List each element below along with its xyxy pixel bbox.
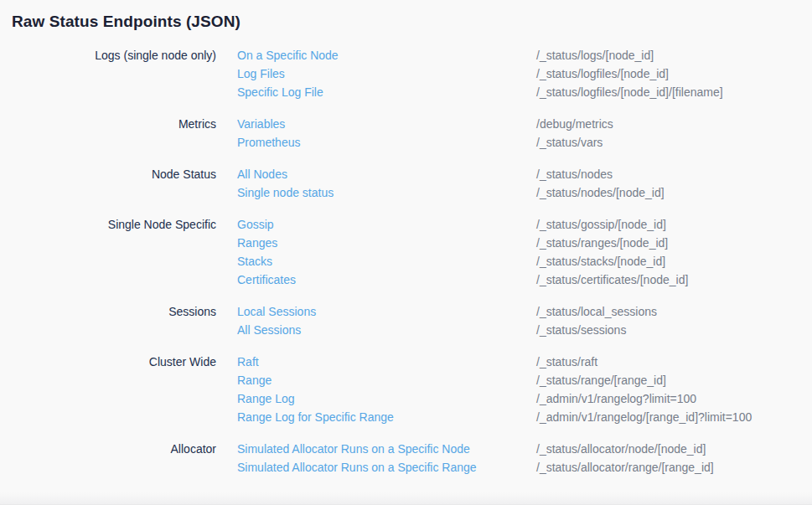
endpoint-link[interactable]: Log Files [237, 64, 536, 83]
group-category-label: Logs (single node only) [0, 46, 216, 101]
endpoint-group: Cluster Wide Raft /_status/raft Range /_… [0, 353, 812, 426]
group-category-label: Node Status [0, 165, 216, 202]
endpoint-row: Prometheus /_status/vars [237, 133, 812, 152]
endpoint-row: Local Sessions /_status/local_sessions [237, 302, 812, 321]
endpoint-row: Specific Log File /_status/logfiles/[nod… [237, 83, 812, 101]
endpoint-row: Simulated Allocator Runs on a Specific N… [237, 440, 812, 458]
endpoint-url: /_status/allocator/range/[range_id] [536, 458, 812, 477]
endpoint-url: /_status/ranges/[node_id] [536, 234, 812, 252]
endpoint-link[interactable]: Variables [237, 115, 536, 133]
endpoint-group: Single Node Specific Gossip /_status/gos… [0, 215, 812, 289]
endpoint-row: Range /_status/range/[range_id] [237, 371, 812, 389]
endpoint-url: /_admin/v1/rangelog?limit=100 [536, 389, 812, 408]
endpoint-link[interactable]: Prometheus [237, 133, 536, 152]
endpoint-url: /_status/gossip/[node_id] [536, 215, 812, 234]
endpoint-url: /_status/nodes [536, 165, 812, 183]
endpoint-group: Metrics Variables /debug/metrics Prometh… [0, 115, 812, 152]
endpoint-url: /_status/range/[range_id] [536, 371, 812, 389]
group-rows: On a Specific Node /_status/logs/[node_i… [216, 46, 812, 101]
endpoint-link[interactable]: Simulated Allocator Runs on a Specific R… [237, 458, 536, 477]
endpoint-row: Raft /_status/raft [237, 353, 812, 371]
endpoint-groups: Logs (single node only) On a Specific No… [0, 46, 812, 477]
endpoint-link[interactable]: Gossip [237, 215, 536, 234]
group-rows: Variables /debug/metrics Prometheus /_st… [216, 115, 812, 152]
group-rows: Raft /_status/raft Range /_status/range/… [216, 353, 812, 426]
raw-status-endpoints-page: Raw Status Endpoints (JSON) Logs (single… [0, 0, 812, 505]
endpoint-url: /_status/stacks/[node_id] [536, 252, 812, 271]
endpoint-link[interactable]: Range Log [237, 389, 536, 408]
endpoint-url: /_status/nodes/[node_id] [536, 183, 812, 202]
endpoint-url: /_admin/v1/rangelog/[range_id]?limit=100 [536, 408, 812, 426]
endpoint-url: /_status/logfiles/[node_id] [536, 64, 812, 83]
endpoint-group: Sessions Local Sessions /_status/local_s… [0, 302, 812, 339]
endpoint-url: /_status/certificates/[node_id] [536, 271, 812, 289]
group-category-label: Sessions [0, 302, 216, 339]
endpoint-url: /_status/allocator/node/[node_id] [536, 440, 812, 458]
endpoint-link[interactable]: Stacks [237, 252, 536, 271]
endpoint-url: /_status/logfiles/[node_id]/[filename] [536, 83, 812, 101]
endpoint-row: Range Log for Specific Range /_admin/v1/… [237, 408, 812, 426]
endpoint-row: Log Files /_status/logfiles/[node_id] [237, 64, 812, 83]
endpoint-row: On a Specific Node /_status/logs/[node_i… [237, 46, 812, 64]
endpoint-row: Single node status /_status/nodes/[node_… [237, 183, 812, 202]
group-category-label: Single Node Specific [0, 215, 216, 289]
endpoint-url: /_status/vars [536, 133, 812, 152]
endpoint-row: Ranges /_status/ranges/[node_id] [237, 234, 812, 252]
endpoint-row: All Sessions /_status/sessions [237, 321, 812, 339]
endpoint-link[interactable]: Local Sessions [237, 302, 536, 321]
group-rows: Local Sessions /_status/local_sessions A… [216, 302, 812, 339]
page-title: Raw Status Endpoints (JSON) [0, 0, 812, 32]
endpoint-link[interactable]: Ranges [237, 234, 536, 252]
endpoint-url: /debug/metrics [536, 115, 812, 133]
endpoint-link[interactable]: Single node status [237, 183, 536, 202]
endpoint-link[interactable]: All Sessions [237, 321, 536, 339]
endpoint-row: Certificates /_status/certificates/[node… [237, 271, 812, 289]
endpoint-link[interactable]: Range Log for Specific Range [237, 408, 536, 426]
endpoint-link[interactable]: Range [237, 371, 536, 389]
endpoint-link[interactable]: Raft [237, 353, 536, 371]
endpoint-group: Logs (single node only) On a Specific No… [0, 46, 812, 101]
endpoint-link[interactable]: Certificates [237, 271, 536, 289]
endpoint-url: /_status/sessions [536, 321, 812, 339]
endpoint-row: Variables /debug/metrics [237, 115, 812, 133]
endpoint-group: Node Status All Nodes /_status/nodes Sin… [0, 165, 812, 202]
endpoint-url: /_status/logs/[node_id] [536, 46, 812, 64]
endpoint-link[interactable]: Simulated Allocator Runs on a Specific N… [237, 440, 536, 458]
endpoint-row: Stacks /_status/stacks/[node_id] [237, 252, 812, 271]
endpoint-link[interactable]: On a Specific Node [237, 46, 536, 64]
endpoint-group: Allocator Simulated Allocator Runs on a … [0, 440, 812, 477]
group-rows: Gossip /_status/gossip/[node_id] Ranges … [216, 215, 812, 289]
endpoint-row: Range Log /_admin/v1/rangelog?limit=100 [237, 389, 812, 408]
endpoint-row: Simulated Allocator Runs on a Specific R… [237, 458, 812, 477]
endpoint-link[interactable]: All Nodes [237, 165, 536, 183]
footer-strip [0, 492, 812, 505]
endpoint-row: Gossip /_status/gossip/[node_id] [237, 215, 812, 234]
group-category-label: Allocator [0, 440, 216, 477]
endpoint-link[interactable]: Specific Log File [237, 83, 536, 101]
group-rows: All Nodes /_status/nodes Single node sta… [216, 165, 812, 202]
endpoint-row: All Nodes /_status/nodes [237, 165, 812, 183]
endpoint-url: /_status/raft [536, 353, 812, 371]
endpoint-url: /_status/local_sessions [536, 302, 812, 321]
group-category-label: Cluster Wide [0, 353, 216, 426]
group-category-label: Metrics [0, 115, 216, 152]
group-rows: Simulated Allocator Runs on a Specific N… [216, 440, 812, 477]
